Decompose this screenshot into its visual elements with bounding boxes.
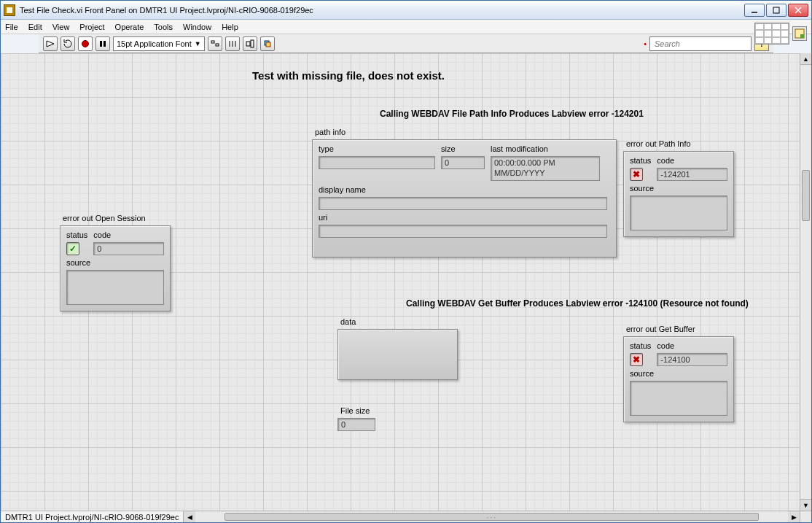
titlebar: Test File Check.vi Front Panel on DMTR1 … <box>1 1 811 20</box>
horizontal-scroll-track[interactable]: ··· <box>195 511 788 522</box>
chevron-down-icon: ▼ <box>195 40 201 47</box>
err-open-status-led: ✓ <box>66 242 79 255</box>
data-block-title: data <box>340 317 356 326</box>
menu-window[interactable]: Window <box>183 23 211 31</box>
svg-rect-7 <box>100 41 102 47</box>
err-path-source-field[interactable] <box>630 195 727 230</box>
scroll-right-icon[interactable]: ▶ <box>788 511 800 522</box>
err-open-source-label: source <box>66 258 164 267</box>
reorder-button[interactable] <box>260 36 275 51</box>
path-uri-label: uri <box>319 213 610 222</box>
err-buf-code-label: code <box>657 341 727 350</box>
svg-rect-1 <box>773 7 779 13</box>
close-button[interactable] <box>788 4 808 17</box>
minimize-button[interactable] <box>744 4 765 17</box>
err-open-code-field[interactable]: 0 <box>93 242 164 255</box>
data-block-cluster[interactable] <box>337 329 458 380</box>
err-path-title: error out Path Info <box>626 139 691 148</box>
run-button[interactable] <box>43 36 58 51</box>
scroll-left-icon[interactable]: ◀ <box>184 511 195 522</box>
err-open-title: error out Open Session <box>63 214 146 222</box>
path-display-field[interactable] <box>319 197 607 210</box>
font-selector[interactable]: 15pt Application Font ▼ <box>113 36 205 51</box>
svg-rect-9 <box>211 41 214 43</box>
err-buf-status-led: ✖ <box>630 353 643 366</box>
menu-bar: File Edit View Project Operate Tools Win… <box>1 20 811 34</box>
search-input[interactable] <box>653 38 757 50</box>
err-buf-code-field[interactable]: -124100 <box>657 353 727 366</box>
err-open-source-field[interactable] <box>66 270 164 305</box>
labview-app-icon <box>4 4 15 16</box>
horizontal-scroll-thumb[interactable]: ··· <box>225 513 759 521</box>
path-uri-field[interactable] <box>319 225 607 238</box>
status-project-path: DMTR1 UI Project.lvproj/NI-cRIO-9068-019… <box>1 511 184 522</box>
window-title: Test File Check.vi Front Panel on DMTR1 … <box>20 6 740 15</box>
path-type-label: type <box>319 144 435 153</box>
menu-project[interactable]: Project <box>79 23 104 31</box>
scroll-down-icon[interactable]: ▼ <box>800 499 811 511</box>
topright-tools <box>754 21 807 46</box>
err-buf-source-label: source <box>630 369 727 378</box>
menu-help[interactable]: Help <box>222 23 238 31</box>
path-size-label: size <box>441 144 485 153</box>
path-mod-field[interactable]: 00:00:00.000 PM MM/DD/YYYY <box>491 156 600 181</box>
resize-objects-button[interactable] <box>243 36 257 51</box>
err-path-cluster: status ✖ code -124201 source <box>623 151 734 237</box>
menu-view[interactable]: View <box>52 23 70 31</box>
run-continuous-button[interactable] <box>60 36 75 51</box>
path-display-label: display name <box>319 185 610 194</box>
vertical-scrollbar[interactable]: ▲ ▼ <box>800 53 811 511</box>
distribute-objects-button[interactable] <box>225 36 240 51</box>
svg-rect-10 <box>216 44 219 46</box>
abort-button[interactable] <box>78 36 93 51</box>
err-buf-title: error out Get Buffer <box>626 325 695 333</box>
err-open-status-label: status <box>66 230 87 239</box>
err-buf-source-field[interactable] <box>630 381 727 416</box>
headline-label: Test with missing file, does not exist. <box>252 69 445 82</box>
font-selector-label: 15pt Application Font <box>117 39 192 48</box>
menu-edit[interactable]: Edit <box>28 23 42 31</box>
filesize-label: File size <box>340 406 370 415</box>
vertical-scroll-thumb[interactable] <box>802 170 810 221</box>
toolbar: 15pt Application Font ▼ • ? <box>39 34 773 53</box>
menu-tools[interactable]: Tools <box>154 23 173 31</box>
path-mod-label: last modification <box>491 144 600 153</box>
menu-file[interactable]: File <box>5 23 18 31</box>
align-objects-button[interactable] <box>208 36 222 51</box>
vi-icon[interactable] <box>792 26 807 41</box>
subheading-path-info: Calling WEBDAV File Path Info Produces L… <box>380 109 644 119</box>
path-info-title: path info <box>315 128 346 136</box>
search-box[interactable] <box>649 36 752 51</box>
search-marker-icon: • <box>644 39 647 48</box>
err-open-cluster: status ✓ code 0 source <box>60 225 171 311</box>
svg-rect-8 <box>104 41 106 47</box>
svg-point-6 <box>82 40 89 47</box>
scroll-up-icon[interactable]: ▲ <box>800 53 811 65</box>
front-panel-area: Test with missing file, does not exist. … <box>1 53 811 522</box>
menu-operate[interactable]: Operate <box>115 23 144 31</box>
path-size-field[interactable]: 0 <box>441 156 485 169</box>
maximize-button[interactable] <box>766 4 786 17</box>
horizontal-scrollbar[interactable]: DMTR1 UI Project.lvproj/NI-cRIO-9068-019… <box>1 511 800 522</box>
filesize-field[interactable]: 0 <box>337 418 375 431</box>
front-panel-canvas[interactable]: Test with missing file, does not exist. … <box>1 53 811 522</box>
app-window: Test File Check.vi Front Panel on DMTR1 … <box>0 0 812 523</box>
err-open-code-label: code <box>93 230 164 239</box>
svg-rect-15 <box>251 40 254 47</box>
svg-rect-5 <box>800 34 804 38</box>
err-path-source-label: source <box>630 184 727 193</box>
err-buf-cluster: status ✖ code -124100 source <box>623 336 734 422</box>
err-buf-status-label: status <box>630 341 651 350</box>
svg-rect-17 <box>266 42 270 47</box>
path-type-field[interactable] <box>319 156 435 169</box>
alignment-grid-icon[interactable] <box>754 23 789 44</box>
err-path-status-label: status <box>630 156 651 165</box>
subheading-get-buffer: Calling WEBDAV Get Buffer Produces Labvi… <box>406 298 749 309</box>
err-path-code-field[interactable]: -124201 <box>657 168 727 181</box>
svg-rect-14 <box>246 42 250 46</box>
err-path-status-led: ✖ <box>630 168 643 181</box>
window-buttons <box>744 4 808 17</box>
err-path-code-label: code <box>657 156 727 165</box>
pause-button[interactable] <box>95 36 110 51</box>
path-info-cluster: type size 0 last modification 00:00:00.0… <box>312 139 617 257</box>
